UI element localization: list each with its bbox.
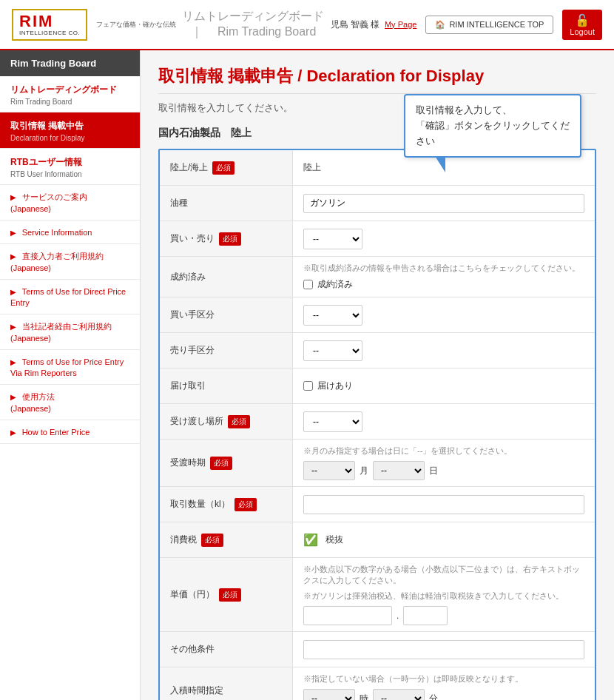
sidebar-link-terms-direct-ja[interactable]: 直接入力者ご利用規約(Japanese) [10,252,104,272]
logo-rim: RIM [19,13,80,30]
label-text-land-sea: 陸上/海上 [170,161,208,174]
static-land-sea: 陸上 [303,162,321,172]
hour-label: 時 [360,693,368,701]
select-minute[interactable]: -- [373,689,425,700]
label-text-unit-price: 単価（円） [170,588,215,601]
page-title-sep: / [297,67,306,85]
checkbox-label-contracted: 成約済み [317,278,353,291]
sidebar-item-declaration[interactable]: 取引情報 掲載中告 Declaration for Display [0,112,140,149]
form-row-buy-category: 買い手区分 -- [160,297,595,333]
select-day[interactable]: -- [373,461,425,480]
required-badge-buy-sell: 必須 [219,232,241,246]
sidebar-service-en[interactable]: ▶ Service Information [0,221,140,244]
header-title-ja: リムトレーディングボード [182,10,324,22]
sidebar-link-usage-ja[interactable]: 使用方法(Japanese) [10,392,55,413]
form-label-buy-category: 買い手区分 [160,297,293,332]
note-contracted: ※取引成約済みの情報を申告される場合はこちらをチェックしてください。 [303,263,584,274]
page-title-ja: 取引情報 掲載申告 [158,67,293,85]
sidebar-item-rtb-user[interactable]: RTBユーザー情報 RTB User Information [0,149,140,185]
label-text-delivery-place: 受け渡し場所 [170,415,223,428]
checkbox-label-delivery: 届けあり [317,380,353,392]
label-text-buy-category: 買い手区分 [170,309,215,321]
logo-box: RIM INTELLIGENCE CO. [12,9,87,41]
checkbox-contracted[interactable] [303,280,313,289]
sidebar-link-terms-reporter-ja[interactable]: 当社記者経由ご利用規約(Japanese) [10,322,112,343]
sidebar-link-trading-board[interactable]: リムトレーディングボード Rim Trading Board [0,76,140,112]
checkbox-delivery[interactable] [303,381,313,391]
form-label-quantity: 取引数量（kl） 必須 [160,487,293,522]
header-title-en: Rim Trading Board [217,25,316,38]
sidebar-title: Rim Trading Board [0,50,140,76]
logout-button[interactable]: 🔓 Logout [562,10,602,40]
select-delivery-place[interactable]: -- [303,411,362,432]
label-text-quantity: 取引数量（kl） [170,498,230,511]
input-quantity[interactable] [303,495,584,514]
sidebar-item-ja-rtb: RTBユーザー情報 [10,155,129,170]
sidebar-terms-reporter-en[interactable]: ▶ Terms of Use for Price Entry Via Rim R… [0,350,140,385]
month-label: 月 [360,465,368,477]
form-row-sell-category: 売り手区分 -- [160,333,595,368]
sidebar-terms-direct-ja[interactable]: ▶ 直接入力者ご利用規約(Japanese) [0,244,140,280]
form-value-post-time: ※指定していない場合（一時一分）は即時反映となります。 -- 時 -- 分 [293,667,595,700]
sidebar: Rim Trading Board リムトレーディングボード Rim Tradi… [0,50,141,700]
sidebar-how-to[interactable]: ▶ How to Enter Price [0,420,140,444]
checkbox-row-delivery: 届けあり [303,380,584,392]
tooltip-arrow [435,156,445,172]
input-price-main[interactable] [303,606,392,625]
form-value-quantity [293,489,595,520]
my-page-link[interactable]: My Page [385,20,416,29]
sidebar-item-ja-declaration: 取引情報 掲載中告 [10,118,129,134]
sidebar-link-how-to[interactable]: How to Enter Price [22,428,90,437]
form-value-unit-price: ※小数点以下の数字がある場合（小数点以下二位まで）は、右テキストボックスに入力し… [293,558,595,631]
form-label-delivery-place: 受け渡し場所 必須 [160,404,293,439]
page-title: 取引情報 掲載申告 / Declaration for Display [158,65,596,94]
form-row-tax: 消費税 必須 ✅ 税抜 [160,522,595,558]
input-oil-type[interactable] [303,194,584,213]
arrow-icon-terms-direct-ja: ▶ [10,252,16,260]
form-container: 陸上/海上 必須 陸上 油種 買い・売り 必須 [158,149,596,700]
sidebar-link-rtb-user[interactable]: RTBユーザー情報 RTB User Information [0,149,140,184]
form-value-sell-category: -- [293,334,595,367]
note-delivery-time: ※月のみ指定する場合は日に「--」を選択してください。 [303,445,584,457]
input-other[interactable] [303,640,584,659]
sidebar-terms-reporter-ja[interactable]: ▶ 当社記者経由ご利用規約(Japanese) [0,314,140,350]
check-icon-tax: ✅ [303,533,318,547]
required-badge-delivery-place: 必須 [228,415,250,428]
header-title: リムトレーディングボード ｜ Rim Trading Board [176,9,330,40]
price-input-row: . [303,606,584,625]
sidebar-link-terms-direct-en[interactable]: Terms of Use for Direct Price Entry [10,287,126,307]
select-buy-category[interactable]: -- [303,305,362,326]
sidebar-link-terms-reporter-en[interactable]: Terms of Use for Price Entry Via Rim Rep… [10,357,124,377]
sidebar-usage-ja[interactable]: ▶ 使用方法(Japanese) [0,385,140,420]
select-sell-category[interactable]: -- [303,340,362,361]
form-label-buy-sell: 買い・売り 必須 [160,221,293,256]
select-month[interactable]: -- [303,461,355,480]
form-label-other: その他条件 [160,632,293,667]
sidebar-service-ja[interactable]: ▶ サービスのご案内(Japanese) [0,185,140,221]
form-row-oil-type: 油種 [160,186,595,221]
form-label-contracted: 成約済み [160,257,293,297]
rim-top-button[interactable]: 🏠 RIM INTELLIGENCE TOP [425,16,553,34]
sidebar-item-en-declaration: Declaration for Display [10,134,129,142]
select-hour[interactable]: -- [303,689,355,700]
rim-top-label: RIM INTELLIGENCE TOP [449,20,544,29]
form-value-tax: ✅ 税抜 [293,527,595,553]
sidebar-item-en-trading: Rim Trading Board [10,98,129,106]
form-row-delivery-time: 受渡時期 必須 ※月のみ指定する場合は日に「--」を選択してください。 -- 月… [160,440,595,487]
arrow-icon-how-to: ▶ [10,428,16,437]
sidebar-link-service-en[interactable]: Service Information [22,228,92,237]
label-text-post-time: 入積時間指定 [170,684,223,697]
logo-area: RIM INTELLIGENCE CO. フェアな価格・確かな伝統 [12,9,176,41]
sidebar-link-service-ja[interactable]: サービスのご案内(Japanese) [10,192,87,213]
sidebar-terms-direct-en[interactable]: ▶ Terms of Use for Direct Price Entry [0,280,140,314]
arrow-icon-service-ja: ▶ [10,193,16,201]
content: 取引情報 掲載申告 / Declaration for Display 取引情報… [141,50,614,700]
arrow-icon-usage-ja: ▶ [10,393,16,401]
sidebar-item-trading-board[interactable]: リムトレーディングボード Rim Trading Board [0,76,140,112]
label-text-other: その他条件 [170,643,215,656]
price-dot: . [397,610,399,621]
label-text-tax: 消費税 [170,534,197,546]
select-buy-sell[interactable]: -- 買い 売り [303,229,362,249]
form-label-post-time: 入積時間指定 [160,667,293,700]
input-price-decimal[interactable] [403,606,448,625]
